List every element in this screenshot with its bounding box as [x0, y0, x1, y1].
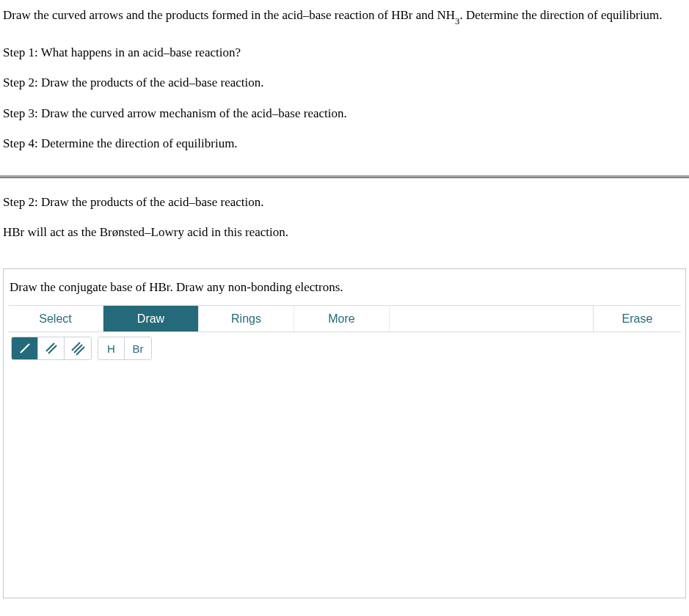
- step-3: Step 3: Draw the curved arrow mechanism …: [3, 104, 686, 123]
- question-intro: Draw the curved arrows and the products …: [3, 6, 686, 27]
- tab-erase[interactable]: Erase: [593, 306, 681, 331]
- double-bond-tool[interactable]: [38, 337, 65, 359]
- triple-bond-tool[interactable]: [65, 337, 91, 359]
- double-bond-icon: [44, 341, 59, 356]
- step-4: Step 4: Determine the direction of equil…: [3, 134, 686, 153]
- tab-select[interactable]: Select: [8, 306, 103, 331]
- svg-line-1: [46, 343, 54, 351]
- drawing-editor: Draw the conjugate base of HBr. Draw any…: [3, 268, 686, 599]
- section-b-heading: Step 2: Draw the products of the acid–ba…: [3, 193, 686, 212]
- single-bond-icon: [18, 341, 32, 356]
- tab-more[interactable]: More: [294, 306, 390, 331]
- editor-tabs: Select Draw Rings More Erase: [8, 305, 681, 332]
- tab-rings-label: Rings: [231, 312, 261, 326]
- tab-spacer: [390, 306, 593, 331]
- subtool-row: H Br: [8, 332, 681, 363]
- section-b-hint: HBr will act as the Brønsted–Lowry acid …: [3, 223, 686, 242]
- tab-erase-label: Erase: [622, 312, 653, 326]
- triple-bond-icon: [70, 341, 85, 356]
- bond-tool-group: [11, 337, 92, 360]
- element-br-label: Br: [133, 342, 144, 355]
- svg-line-5: [76, 347, 84, 355]
- tab-rings[interactable]: Rings: [199, 306, 294, 331]
- step-1: Step 1: What happens in an acid–base rea…: [3, 43, 686, 62]
- tab-draw-label: Draw: [137, 312, 164, 326]
- svg-line-2: [48, 345, 56, 353]
- tab-draw[interactable]: Draw: [103, 306, 199, 331]
- step-2: Step 2: Draw the products of the acid–ba…: [3, 73, 686, 92]
- intro-text-a: Draw the curved arrows and the products …: [3, 8, 455, 22]
- drawing-canvas[interactable]: [8, 363, 681, 598]
- nh3-subscript: 3: [455, 16, 459, 26]
- tab-more-label: More: [328, 312, 354, 326]
- editor-instruction: Draw the conjugate base of HBr. Draw any…: [8, 274, 681, 306]
- svg-line-0: [21, 344, 29, 353]
- element-h-label: H: [107, 342, 115, 355]
- tab-select-label: Select: [39, 312, 71, 326]
- element-h-button[interactable]: H: [98, 337, 125, 359]
- element-br-button[interactable]: Br: [125, 337, 151, 359]
- svg-line-3: [72, 342, 80, 351]
- element-group: H Br: [98, 337, 152, 360]
- intro-text-b: . Determine the direction of equilibrium…: [459, 8, 662, 22]
- svg-line-4: [74, 345, 82, 353]
- single-bond-tool[interactable]: [12, 337, 38, 359]
